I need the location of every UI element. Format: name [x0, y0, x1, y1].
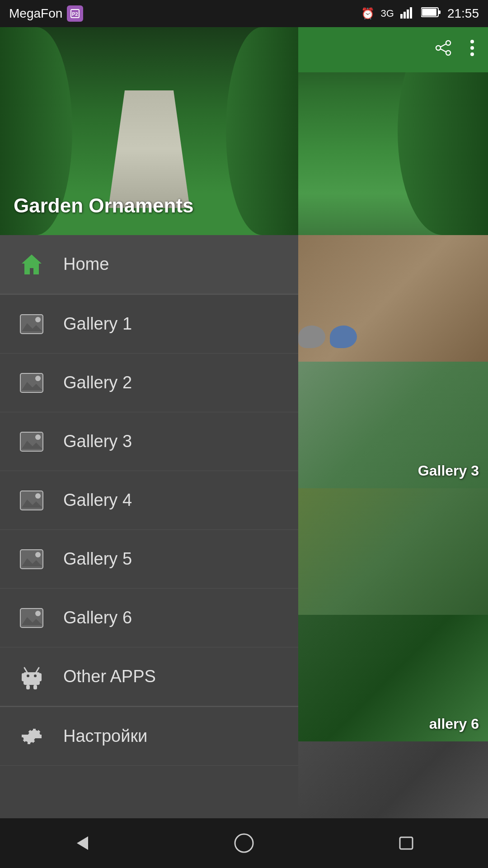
menu-item-gallery1[interactable]: Gallery 1 — [0, 295, 298, 354]
status-bar: MegaFon P2 ⏰ 3G — [0, 0, 488, 27]
gallery6-icon — [18, 604, 45, 632]
svg-point-20 — [35, 317, 41, 322]
status-left: MegaFon P2 — [9, 5, 83, 22]
recents-button[interactable] — [389, 825, 425, 861]
svg-point-23 — [35, 376, 41, 381]
svg-point-14 — [470, 40, 474, 43]
svg-point-11 — [446, 51, 450, 55]
svg-point-26 — [35, 434, 41, 440]
navigation-bar — [0, 818, 488, 868]
svg-marker-17 — [22, 255, 42, 274]
svg-rect-4 — [407, 9, 409, 19]
more-options-icon[interactable] — [470, 39, 474, 61]
menu-gallery5-label: Gallery 5 — [63, 549, 132, 569]
alarm-icon: ⏰ — [361, 7, 375, 20]
gallery2-icon — [18, 369, 45, 396]
svg-point-46 — [235, 834, 253, 852]
svg-point-29 — [35, 493, 41, 499]
menu-otherapps-label: Other APPS — [63, 667, 156, 686]
menu-item-gallery6[interactable]: Gallery 6 — [0, 589, 298, 647]
svg-rect-42 — [39, 673, 42, 681]
svg-marker-45 — [77, 836, 88, 850]
svg-rect-2 — [400, 14, 403, 19]
menu-settings-label: Настройки — [63, 726, 147, 746]
svg-rect-41 — [22, 673, 24, 681]
svg-point-10 — [436, 46, 441, 50]
carrier-icon: P2 — [67, 5, 83, 22]
svg-text:P2: P2 — [72, 11, 78, 17]
menu-item-gallery3[interactable]: Gallery 3 — [0, 412, 298, 471]
thumb-4[interactable]: allery 6 — [289, 615, 488, 741]
settings-icon — [18, 723, 45, 750]
thumb-3[interactable] — [289, 488, 488, 615]
svg-point-37 — [27, 675, 29, 677]
gallery5-icon — [18, 546, 45, 573]
back-button[interactable] — [63, 825, 99, 861]
menu-list: Home Gallery 1 Galle — [0, 235, 298, 766]
gallery1-icon — [18, 311, 45, 338]
svg-point-35 — [35, 611, 41, 616]
gallery4-icon — [18, 487, 45, 514]
svg-rect-3 — [404, 12, 406, 19]
thumbnail-grid: Gallery 3 allery 6 — [289, 235, 488, 868]
svg-rect-47 — [400, 837, 413, 849]
svg-rect-44 — [33, 685, 37, 689]
status-time: 21:55 — [447, 6, 479, 21]
thumb-2[interactable]: Gallery 3 — [289, 362, 488, 488]
menu-item-gallery4[interactable]: Gallery 4 — [0, 471, 298, 530]
svg-line-39 — [24, 668, 27, 672]
svg-line-13 — [441, 49, 446, 52]
status-right: ⏰ 3G 21:55 — [361, 6, 479, 21]
svg-line-40 — [36, 668, 39, 672]
svg-point-9 — [446, 41, 450, 45]
menu-gallery3-label: Gallery 3 — [63, 432, 132, 451]
menu-item-gallery2[interactable]: Gallery 2 — [0, 354, 298, 412]
svg-rect-7 — [422, 9, 436, 16]
android-icon — [18, 663, 45, 690]
menu-gallery4-label: Gallery 4 — [63, 491, 132, 510]
drawer-header: Garden Ornaments — [0, 27, 298, 235]
signal-icon — [400, 6, 415, 21]
menu-item-settings[interactable]: Настройки — [0, 707, 298, 766]
svg-rect-36 — [23, 672, 40, 685]
gallery3-icon — [18, 428, 45, 455]
svg-rect-8 — [438, 10, 441, 14]
thumb-1[interactable] — [289, 235, 488, 362]
svg-rect-43 — [26, 685, 30, 689]
network-label: 3G — [381, 8, 394, 19]
drawer-title: Garden Ornaments — [14, 194, 194, 217]
navigation-drawer: Garden Ornaments Home Gallery 1 — [0, 27, 298, 868]
carrier-name: MegaFon — [9, 6, 62, 21]
svg-point-16 — [470, 52, 474, 56]
battery-icon — [421, 7, 441, 20]
bird-gray — [298, 326, 325, 348]
svg-point-32 — [35, 552, 41, 557]
menu-gallery6-label: Gallery 6 — [63, 608, 132, 627]
menu-gallery1-label: Gallery 1 — [63, 314, 132, 334]
thumb-2-label: Gallery 3 — [418, 462, 479, 479]
thumb-4-label: allery 6 — [429, 716, 479, 732]
menu-gallery2-label: Gallery 2 — [63, 373, 132, 392]
menu-item-otherapps[interactable]: Other APPS — [0, 647, 298, 706]
menu-item-gallery5[interactable]: Gallery 5 — [0, 530, 298, 589]
share-icon[interactable] — [435, 39, 452, 61]
menu-home-label: Home — [63, 255, 109, 274]
svg-line-12 — [441, 44, 446, 47]
bird-decoration — [298, 326, 357, 348]
svg-rect-5 — [410, 7, 412, 19]
header-toolbar — [289, 27, 488, 72]
bird-blue — [330, 326, 357, 348]
home-button[interactable] — [226, 825, 262, 861]
svg-point-38 — [34, 675, 37, 677]
svg-point-15 — [470, 46, 474, 50]
home-icon — [18, 251, 45, 278]
menu-item-home[interactable]: Home — [0, 235, 298, 294]
